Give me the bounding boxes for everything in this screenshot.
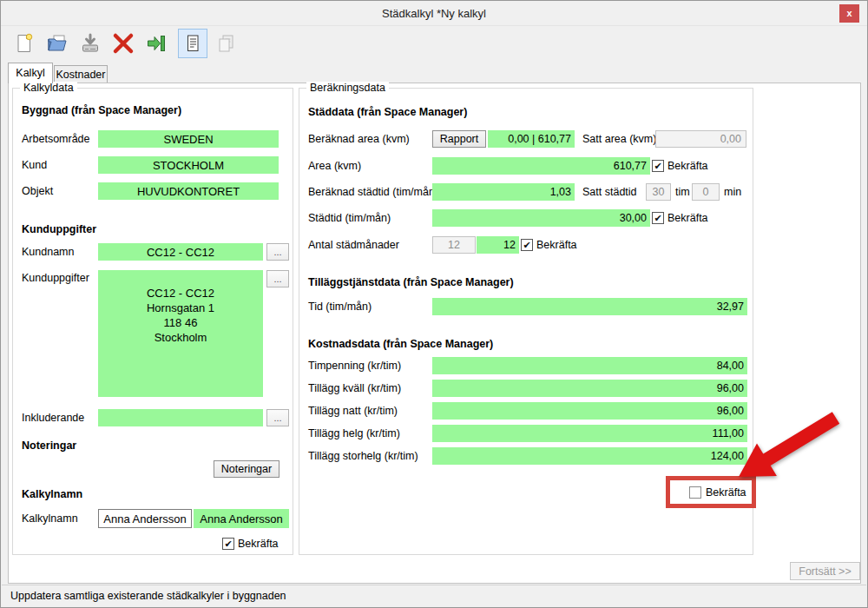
tab-kostnader[interactable]: Kostnader bbox=[54, 65, 108, 83]
area-bekrafta-checkbox[interactable] bbox=[652, 160, 664, 172]
antal-bekrafta-checkbox[interactable] bbox=[521, 239, 533, 251]
heading-byggnad: Byggnad (från Space Manager) bbox=[22, 104, 181, 116]
field-tillagg-kvall: 96,00 bbox=[432, 380, 747, 397]
status-bar: Uppdatera samtliga existerande städkalky… bbox=[2, 585, 866, 607]
field-antal-stadmanader: 12 bbox=[477, 236, 519, 254]
ellipsis-icon: ... bbox=[273, 248, 281, 256]
app-window: Städkalkyl *Ny kalkyl x bbox=[0, 0, 868, 608]
close-button[interactable]: x bbox=[839, 4, 859, 23]
kostnad-bekrafta-checkbox[interactable] bbox=[689, 486, 701, 499]
field-inkluderande bbox=[98, 409, 263, 426]
copy-document-icon bbox=[215, 33, 236, 54]
heading-staddata: Städdata (från Space Manager) bbox=[308, 106, 467, 118]
label-satt-stadtid: Satt städtid bbox=[582, 186, 637, 198]
label-kund: Kund bbox=[22, 159, 47, 171]
fortsatt-button-label: Fortsätt >> bbox=[799, 565, 851, 578]
kund-address-line: CC12 - CC12 bbox=[98, 286, 263, 301]
heading-noteringar: Noteringar bbox=[22, 439, 76, 452]
field-tid: 32,97 bbox=[432, 298, 747, 315]
stadtid-bekrafta-label: Bekräfta bbox=[667, 212, 708, 224]
field-kalkylnamn-confirmed: Anna Andersson bbox=[194, 509, 289, 528]
stadtid-bekrafta-checkbox[interactable] bbox=[652, 212, 664, 224]
tab-kostnader-label: Kostnader bbox=[56, 69, 106, 81]
field-timpenning: 84,00 bbox=[432, 357, 747, 374]
label-arbetsomrade: Arbetsområde bbox=[22, 133, 90, 145]
kund-address-line: Stockholm bbox=[98, 330, 263, 345]
field-stadtid: 30,00 bbox=[432, 209, 650, 227]
group-kalkyldata-title: Kalkyldata bbox=[20, 82, 77, 94]
kunduppgifter-more-button[interactable]: ... bbox=[266, 270, 289, 287]
save-button[interactable] bbox=[76, 29, 105, 58]
status-text: Uppdatera samtliga existerande städkalky… bbox=[10, 590, 286, 602]
label-beraknad-area: Beräknad area (kvm) bbox=[308, 133, 410, 145]
fortsatt-button[interactable]: Fortsätt >> bbox=[790, 562, 860, 580]
group-berakningsdata-title: Beräkningsdata bbox=[306, 82, 389, 94]
rapport-button[interactable]: Rapport bbox=[432, 130, 486, 148]
input-satt-stadtid-min: 0 bbox=[692, 183, 720, 201]
label-tid: Tid (tim/mån) bbox=[308, 301, 372, 313]
tab-kalkyl[interactable]: Kalkyl bbox=[8, 63, 53, 83]
label-stadtid: Städtid (tim/mån) bbox=[308, 212, 391, 224]
label-kalkylnamn: Kalkylnamn bbox=[22, 512, 78, 525]
view-document-button[interactable] bbox=[178, 29, 207, 58]
label-timpenning: Timpenning (kr/tim) bbox=[308, 360, 401, 372]
label-antal-stadmanader: Antal städmånader bbox=[308, 239, 399, 251]
import-arrow-icon bbox=[146, 33, 167, 54]
label-kunduppgifter: Kunduppgifter bbox=[22, 272, 89, 284]
label-tillagg-kvall: Tillägg kväll (kr/tim) bbox=[308, 382, 401, 394]
heading-tillaggstjanst: Tilläggstjänstdata (från Space Manager) bbox=[308, 276, 514, 288]
field-beraknad-stadtid: 1,03 bbox=[432, 183, 575, 201]
noteringar-button[interactable]: Noteringar bbox=[214, 460, 279, 478]
title-bar: Städkalkyl *Ny kalkyl bbox=[1, 1, 867, 26]
delete-x-icon bbox=[111, 31, 135, 56]
inkluderande-more-button[interactable]: ... bbox=[266, 409, 289, 426]
area-bekrafta-label: Bekräfta bbox=[667, 160, 708, 172]
save-import-icon bbox=[80, 33, 101, 54]
field-tillagg-natt: 96,00 bbox=[432, 402, 747, 420]
kalkylnamn-bekrafta-checkbox[interactable] bbox=[222, 538, 234, 550]
field-arbetsomrade: SWEDEN bbox=[98, 130, 279, 148]
field-area: 610,77 bbox=[432, 157, 650, 175]
label-tim: tim bbox=[675, 186, 690, 198]
label-tillagg-helg: Tillägg helg (kr/tim) bbox=[308, 427, 400, 439]
kund-address-line: Hornsgatan 1 bbox=[98, 301, 263, 315]
copy-document-button[interactable] bbox=[211, 29, 240, 58]
group-kalkyldata: Kalkyldata Byggnad (från Space Manager) … bbox=[12, 88, 293, 555]
label-objekt: Objekt bbox=[22, 185, 53, 197]
input-satt-stadtid-tim: 30 bbox=[646, 183, 671, 201]
new-calc-button[interactable] bbox=[10, 29, 39, 58]
field-kunduppgifter: CC12 - CC12 Hornsgatan 1 118 46 Stockhol… bbox=[98, 270, 263, 397]
close-icon: x bbox=[846, 8, 852, 18]
label-min: min bbox=[724, 186, 741, 198]
tab-kalkyl-label: Kalkyl bbox=[16, 67, 44, 79]
noteringar-button-label: Noteringar bbox=[221, 463, 272, 475]
group-berakningsdata: Beräkningsdata Städdata (från Space Mana… bbox=[299, 88, 753, 555]
tab-page-kalkyl: Kalkyldata Byggnad (från Space Manager) … bbox=[8, 83, 861, 584]
label-tillagg-storhelg: Tillägg storhelg (kr/tim) bbox=[308, 450, 418, 462]
ellipsis-icon: ... bbox=[273, 413, 281, 422]
label-area: Area (kvm) bbox=[308, 160, 361, 172]
new-document-icon bbox=[14, 33, 35, 54]
field-tillagg-helg: 111,00 bbox=[432, 425, 747, 442]
delete-button[interactable] bbox=[108, 29, 138, 58]
annotation-arrow-icon bbox=[713, 400, 868, 487]
label-satt-area: Satt area (kvm) bbox=[582, 133, 656, 145]
input-antal-stadmanader-locked: 12 bbox=[432, 236, 476, 254]
field-kundnamn: CC12 - CC12 bbox=[98, 243, 263, 261]
label-tillagg-natt: Tillägg natt (kr/tim) bbox=[308, 405, 398, 417]
kund-address-line: 118 46 bbox=[98, 315, 263, 330]
field-beraknad-area: 0,00 | 610,77 bbox=[488, 130, 575, 148]
open-calc-button[interactable] bbox=[43, 29, 72, 58]
import-button[interactable] bbox=[141, 29, 171, 58]
antal-bekrafta-label: Bekräfta bbox=[536, 239, 577, 251]
kalkylnamn-input[interactable] bbox=[98, 509, 192, 528]
label-beraknad-stadtid: Beräknad städtid (tim/mån) bbox=[308, 186, 438, 198]
label-inkluderande: Inkluderande bbox=[22, 412, 84, 424]
view-document-icon bbox=[182, 33, 203, 54]
heading-kalkylnamn: Kalkylnamn bbox=[22, 488, 82, 500]
window-title: Städkalkyl *Ny kalkyl bbox=[382, 7, 486, 20]
ellipsis-icon: ... bbox=[273, 274, 281, 283]
field-objekt: HUVUDKONTORET bbox=[98, 182, 279, 200]
field-kund: STOCKHOLM bbox=[98, 156, 279, 174]
kundnamn-more-button[interactable]: ... bbox=[266, 243, 289, 261]
